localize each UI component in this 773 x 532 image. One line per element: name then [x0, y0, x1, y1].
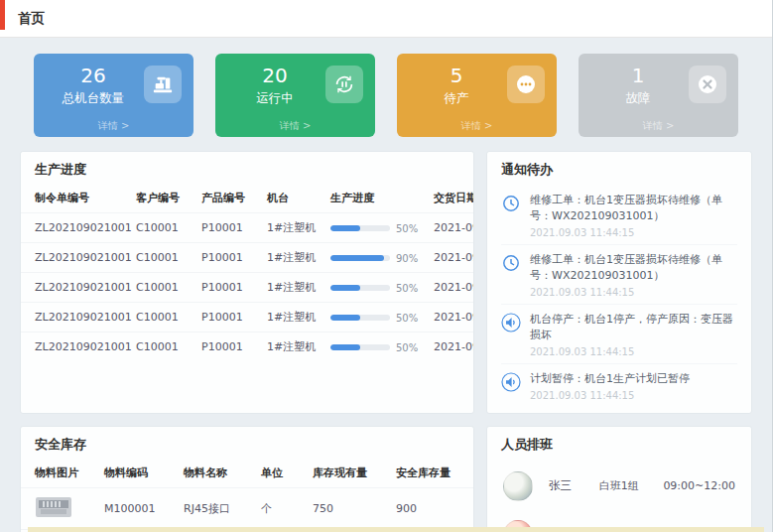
- column-header: 物料编码: [98, 459, 178, 488]
- stat-card-body: 5 待产: [409, 64, 545, 107]
- column-header: 交货日期: [428, 184, 474, 213]
- notification-time: 2021.09.03 11:44:15: [530, 227, 737, 238]
- delivery-date-cell: 2021-09-10: [428, 332, 474, 362]
- stat-label: 故障: [590, 90, 686, 107]
- table-row[interactable]: ZL202109021001 C10001 P10001 1#注塑机 50% 2…: [21, 332, 474, 362]
- machine-cell: 1#注塑机: [261, 273, 324, 303]
- notification-time: 2021.09.03 11:44:15: [530, 390, 690, 401]
- notification-item[interactable]: 机台停产：机台1停产，停产原因：变压器损坏 2021.09.03 11:44:1…: [501, 305, 737, 364]
- customer-no-cell: C10001: [130, 213, 195, 243]
- progress-bar: [330, 255, 390, 261]
- progress-fill: [330, 344, 360, 350]
- material-name-cell: RJ45接口: [178, 487, 255, 529]
- progress-fill: [330, 225, 360, 231]
- detail-link[interactable]: 详情 >: [579, 119, 738, 133]
- table-row[interactable]: ZL202109021001 C10001 P10001 1#注塑机 50% 2…: [21, 303, 474, 332]
- stat-card-text: 1 故障: [590, 64, 686, 107]
- stock-qty-cell: 750: [307, 487, 390, 529]
- dashboard-content: 26 总机台数量 详情 > 20 运行中 详情 >: [0, 38, 772, 532]
- table-header-row: 物料图片 物料编码 物料名称 单位 库存现有量 安全库存量: [21, 459, 473, 488]
- page-title: 首页: [18, 10, 45, 28]
- person-name: 张三: [549, 478, 599, 493]
- stat-value: 5: [409, 64, 504, 88]
- notification-text: 维修工单：机台1变压器损坏待维修（单号：WX202109031001）: [530, 252, 737, 284]
- notification-item[interactable]: 计划暂停：机台1生产计划已暂停 2021.09.03 11:44:15: [501, 364, 737, 407]
- work-order-clock-icon: [501, 194, 521, 213]
- panel-title: 通知待办: [487, 152, 751, 184]
- unit-cell: 个: [255, 487, 307, 529]
- safety-stock-table: 物料图片 物料编码 物料名称 单位 库存现有量 安全库存量 M100001 RJ…: [21, 459, 473, 532]
- column-header: 物料名称: [178, 459, 255, 488]
- machine-cell: 1#注塑机: [261, 303, 324, 332]
- progress-cell: 50%: [324, 303, 428, 332]
- product-no-cell: P10001: [195, 273, 261, 303]
- announcement-speaker-icon: [501, 313, 521, 332]
- progress-cell: 90%: [324, 243, 428, 273]
- stat-label: 待产: [409, 90, 504, 107]
- stat-card-running[interactable]: 20 运行中 详情 >: [215, 54, 375, 137]
- column-header: 制令单编号: [21, 184, 130, 213]
- panel-grid: 生产进度 制令单编号 客户编号 产品编号 机台 生产进度 交货日期 ZL2021: [20, 151, 752, 532]
- notification-text: 计划暂停：机台1生产计划已暂停: [530, 371, 690, 387]
- progress-fill: [330, 315, 360, 321]
- stat-card-text: 26 总机台数量: [46, 64, 141, 107]
- stat-card-total-machines[interactable]: 26 总机台数量 详情 >: [34, 54, 193, 137]
- customer-no-cell: C10001: [130, 332, 195, 362]
- panel-title: 人员排班: [487, 427, 751, 459]
- shift-label: 白班1组: [599, 478, 664, 493]
- progress-fill: [330, 285, 360, 291]
- table-row[interactable]: M100001 RJ45接口 个 750 900: [21, 487, 473, 529]
- product-no-cell: P10001: [195, 303, 261, 332]
- detail-link[interactable]: 详情 >: [215, 119, 375, 133]
- stat-label: 总机台数量: [46, 90, 141, 107]
- notification-item[interactable]: 维修工单：机台1变压器损坏待维修（单号：WX202109031001） 2021…: [501, 245, 737, 305]
- progress-cell: 50%: [324, 273, 428, 303]
- delivery-date-cell: 2021-09-10: [428, 243, 474, 273]
- column-header: 安全库存量: [390, 459, 473, 488]
- detail-link[interactable]: 详情 >: [397, 119, 557, 133]
- stat-card-fault[interactable]: 1 故障 详情 >: [579, 54, 738, 137]
- notification-time: 2021.09.03 11:44:15: [530, 287, 737, 298]
- delivery-date-cell: 2021-09-10: [428, 273, 474, 303]
- notification-item[interactable]: 维修工单：机台1变压器损坏待维修（单号：WX202109031001） 2021…: [501, 186, 737, 245]
- window-edge-artifact-bottom: [28, 527, 764, 532]
- personnel-schedule-panel: 人员排班 张三 白班1组 09:00~12:00 李四 白班2组 12:00~1…: [486, 426, 752, 532]
- stat-card-standby[interactable]: 5 待产 详情 >: [397, 54, 557, 137]
- progress-label: 50%: [396, 313, 418, 324]
- column-header: 单位: [255, 459, 307, 488]
- stat-cards: 26 总机台数量 详情 > 20 运行中 详情 >: [34, 54, 738, 137]
- progress-label: 50%: [396, 223, 418, 234]
- machine-cell: 1#注塑机: [261, 332, 324, 362]
- material-code-cell: M100001: [98, 487, 178, 529]
- notifications-panel: 通知待办 维修工单：机台1变压器损坏待维修（单号：WX202109031001）…: [486, 151, 752, 414]
- production-table: 制令单编号 客户编号 产品编号 机台 生产进度 交货日期 ZL202109021…: [21, 184, 474, 361]
- order-no-cell: ZL202109021001: [21, 213, 130, 243]
- column-header: 机台: [261, 184, 324, 213]
- order-no-cell: ZL202109021001: [21, 332, 130, 362]
- progress-label: 50%: [396, 342, 418, 353]
- customer-no-cell: C10001: [130, 243, 195, 273]
- stat-label: 运行中: [227, 90, 322, 107]
- table-row[interactable]: ZL202109021001 C10001 P10001 1#注塑机 50% 2…: [21, 213, 474, 243]
- notification-body: 机台停产：机台1停产，停产原因：变压器损坏 2021.09.03 11:44:1…: [530, 312, 737, 357]
- machine-cell: 1#注塑机: [261, 213, 324, 243]
- machine-cell: 1#注塑机: [261, 243, 324, 273]
- stat-value: 20: [227, 64, 322, 88]
- column-header: 产品编号: [195, 184, 261, 213]
- table-header-row: 制令单编号 客户编号 产品编号 机台 生产进度 交货日期: [21, 184, 474, 213]
- delivery-date-cell: 2021-09-10: [428, 213, 474, 243]
- stat-card-body: 1 故障: [590, 64, 726, 107]
- window-edge-artifact-left: [0, 0, 5, 30]
- product-no-cell: P10001: [195, 332, 261, 362]
- page-header: 首页: [0, 0, 772, 38]
- detail-link[interactable]: 详情 >: [34, 119, 193, 133]
- product-no-cell: P10001: [195, 213, 261, 243]
- progress-label: 90%: [396, 253, 418, 264]
- schedule-list: 张三 白班1组 09:00~12:00 李四 白班2组 12:00~16:00 …: [487, 459, 751, 532]
- order-no-cell: ZL202109021001: [21, 303, 130, 332]
- fault-tools-icon: [689, 66, 726, 103]
- progress-label: 50%: [396, 283, 418, 294]
- stat-card-body: 20 运行中: [227, 64, 363, 107]
- table-row[interactable]: ZL202109021001 C10001 P10001 1#注塑机 90% 2…: [21, 243, 474, 273]
- table-row[interactable]: ZL202109021001 C10001 P10001 1#注塑机 50% 2…: [21, 273, 474, 303]
